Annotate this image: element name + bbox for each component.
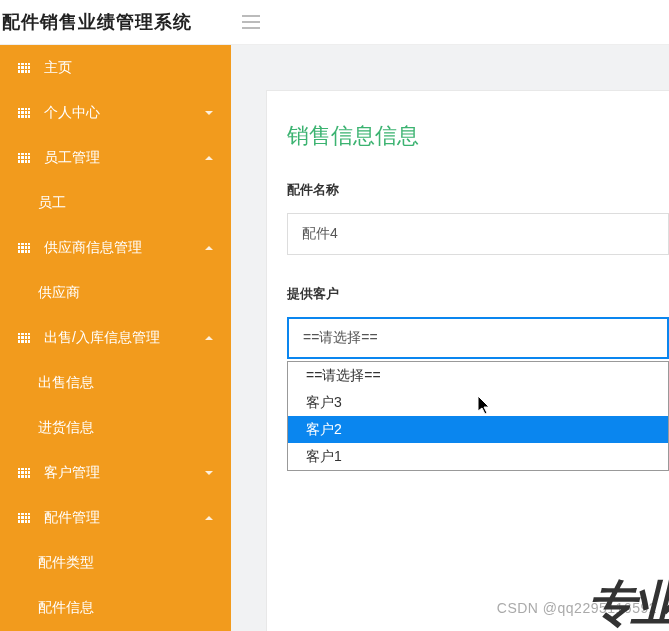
- sidebar-item-staff[interactable]: 员工: [0, 180, 231, 225]
- sidebar-item-supplier-mgmt[interactable]: 供应商信息管理: [0, 225, 231, 270]
- dropdown-option-customer3[interactable]: 客户3: [288, 389, 668, 416]
- dropdown-option-customer1[interactable]: 客户1: [288, 443, 668, 470]
- dropdown-option-placeholder[interactable]: ==请选择==: [288, 362, 668, 389]
- customer-select[interactable]: ==请选择==: [287, 317, 669, 359]
- sidebar-item-label: 配件信息: [38, 599, 213, 617]
- sidebar-item-label: 配件管理: [44, 509, 213, 527]
- chevron-up-icon: [205, 246, 213, 250]
- parts-name-label: 配件名称: [287, 181, 669, 199]
- chevron-down-icon: [205, 471, 213, 475]
- app-title: 配件销售业绩管理系统: [2, 10, 192, 34]
- grid-icon: [18, 468, 30, 478]
- sidebar-item-label: 供应商信息管理: [44, 239, 213, 257]
- sidebar-item-parts-mgmt[interactable]: 配件管理: [0, 495, 231, 540]
- sidebar-item-sale-info[interactable]: 出售信息: [0, 360, 231, 405]
- sidebar-item-personal[interactable]: 个人中心: [0, 90, 231, 135]
- page-title: 销售信息信息: [287, 121, 669, 151]
- grid-icon: [18, 153, 30, 163]
- sidebar-item-customer-mgmt[interactable]: 客户管理: [0, 450, 231, 495]
- grid-icon: [18, 63, 30, 73]
- sidebar-item-label: 进货信息: [38, 419, 213, 437]
- sidebar-item-label: 个人中心: [44, 104, 213, 122]
- sidebar-item-label: 主页: [44, 59, 213, 77]
- grid-icon: [18, 513, 30, 523]
- sidebar-item-label: 配件类型: [38, 554, 213, 572]
- sidebar: 主页 个人中心 员工管理 员工 供应商信息管理 供应商 出售/入库信息管理 出售…: [0, 45, 231, 631]
- sidebar-item-sale-stock-mgmt[interactable]: 出售/入库信息管理: [0, 315, 231, 360]
- sidebar-item-staff-mgmt[interactable]: 员工管理: [0, 135, 231, 180]
- sidebar-item-parts-info[interactable]: 配件信息: [0, 585, 231, 630]
- sidebar-item-parts-type[interactable]: 配件类型: [0, 540, 231, 585]
- content-area: 销售信息信息 配件名称 提供客户 ==请选择== ==请选择== 客户3 客户2…: [231, 45, 669, 631]
- chevron-up-icon: [205, 156, 213, 160]
- sidebar-item-label: 出售/入库信息管理: [44, 329, 213, 347]
- sidebar-item-home[interactable]: 主页: [0, 45, 231, 90]
- sidebar-item-label: 出售信息: [38, 374, 213, 392]
- dropdown-option-customer2[interactable]: 客户2: [288, 416, 668, 443]
- corner-decoration: 专业: [588, 572, 669, 631]
- chevron-down-icon: [205, 111, 213, 115]
- chevron-up-icon: [205, 336, 213, 340]
- grid-icon: [18, 333, 30, 343]
- sidebar-item-label: 供应商: [38, 284, 213, 302]
- sidebar-item-label: 员工管理: [44, 149, 213, 167]
- customer-label: 提供客户: [287, 285, 669, 303]
- sidebar-item-supplier[interactable]: 供应商: [0, 270, 231, 315]
- sidebar-item-label: 客户管理: [44, 464, 213, 482]
- customer-dropdown: ==请选择== 客户3 客户2 客户1: [287, 361, 669, 471]
- parts-name-input[interactable]: [287, 213, 669, 255]
- chevron-up-icon: [205, 516, 213, 520]
- grid-icon: [18, 108, 30, 118]
- sidebar-item-stock-info[interactable]: 进货信息: [0, 405, 231, 450]
- sidebar-item-label: 员工: [38, 194, 213, 212]
- form-card: 销售信息信息 配件名称 提供客户 ==请选择== ==请选择== 客户3 客户2…: [266, 90, 669, 631]
- grid-icon: [18, 243, 30, 253]
- hamburger-icon[interactable]: [242, 15, 260, 29]
